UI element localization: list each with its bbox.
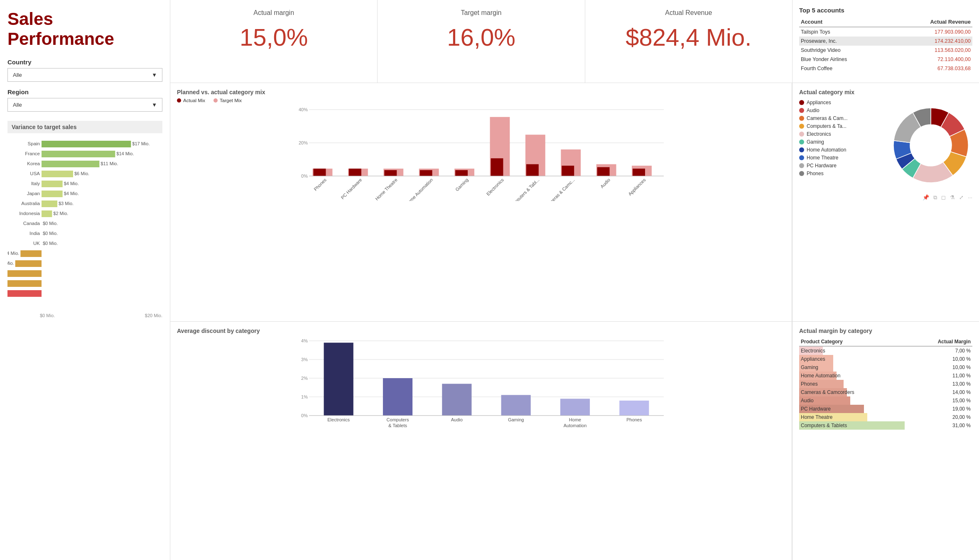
svg-text:Indonesia: Indonesia	[19, 211, 40, 216]
margin-value: 20,00 %	[905, 413, 972, 421]
svg-text:$0 Mio.: $0 Mio.	[43, 231, 58, 236]
expand-icon[interactable]: ⤢	[959, 194, 964, 201]
margin-row: Appliances 10,00 %	[799, 355, 972, 363]
cat-legend-item: Audio	[799, 108, 885, 113]
svg-rect-104	[619, 401, 649, 416]
accounts-row[interactable]: Blue Yonder Airlines72.110.400,00	[799, 55, 972, 64]
region-filter-label: Region	[7, 88, 162, 95]
margin-value: 14,00 %	[905, 388, 972, 396]
svg-text:1%: 1%	[301, 394, 308, 399]
left-panel: Sales Performance Country Alle ▼ Region …	[0, 0, 170, 560]
svg-text:0%: 0%	[301, 174, 308, 179]
chart-toolbar: 📌 ⧉ ◻ ⚗ ⤢ ···	[799, 193, 972, 203]
account-revenue: 177.903.090,00	[891, 27, 972, 37]
svg-text:2%: 2%	[301, 376, 308, 381]
actual-margin-section: Actual margin by category Product Catego…	[792, 322, 979, 560]
svg-text:20%: 20%	[299, 140, 308, 145]
svg-rect-37	[7, 270, 42, 277]
margin-category: Cameras & Camcorders	[799, 388, 905, 396]
svg-rect-52	[314, 169, 326, 176]
svg-rect-16	[42, 191, 63, 197]
svg-text:Home Automation: Home Automation	[405, 177, 434, 201]
legend-target: Target Mix	[213, 98, 242, 103]
svg-rect-94	[383, 378, 412, 416]
category-legend: AppliancesAudioCameras & Cam...Computers…	[799, 100, 885, 176]
cat-legend-item: Home Automation	[799, 147, 885, 153]
svg-text:-$4 Mio.: -$4 Mio.	[7, 251, 19, 256]
variance-x-max: $20 Mio.	[145, 313, 162, 318]
accounts-row[interactable]: Tailspin Toys177.903.090,00	[799, 27, 972, 37]
svg-text:Spain: Spain	[28, 141, 40, 146]
accounts-table: Account Actual Revenue Tailspin Toys177.…	[799, 17, 972, 73]
margin-col-margin: Actual Margin	[905, 337, 972, 346]
filter-icon[interactable]: ⚗	[950, 194, 955, 201]
variance-section: Variance to target sales Spain$17 Mio.Fr…	[7, 121, 162, 320]
svg-rect-34	[15, 260, 42, 267]
top5-title: Top 5 accounts	[799, 7, 972, 14]
svg-rect-22	[42, 210, 52, 217]
margin-category: Home Theatre	[799, 413, 905, 421]
region-dropdown-arrow: ▼	[152, 102, 157, 108]
country-dropdown[interactable]: Alle ▼	[7, 68, 162, 82]
svg-text:$2 Mio.: $2 Mio.	[53, 211, 68, 216]
margin-col-category: Product Category	[799, 337, 905, 346]
accounts-row[interactable]: Southridge Video113.563.020,00	[799, 46, 972, 55]
svg-text:Computers: Computers	[387, 417, 409, 422]
svg-text:4%: 4%	[301, 338, 308, 343]
region-value: Alle	[13, 102, 22, 108]
svg-text:Appliances: Appliances	[627, 177, 647, 197]
country-value: Alle	[13, 72, 22, 78]
svg-rect-31	[20, 250, 42, 257]
region-dropdown[interactable]: Alle ▼	[7, 98, 162, 112]
accounts-col-revenue: Actual Revenue	[891, 17, 972, 27]
actual-margin-title: Actual margin by category	[799, 328, 972, 334]
actual-category-mix-title: Actual category mix	[799, 89, 972, 95]
copy-icon[interactable]: ⧉	[933, 194, 937, 201]
svg-text:$4 Mio.: $4 Mio.	[64, 191, 79, 196]
kpi-target-margin-value: 16,0%	[390, 23, 572, 51]
margin-category: Audio	[799, 396, 905, 405]
focus-icon[interactable]: ◻	[941, 194, 946, 201]
svg-text:$17 Mio.: $17 Mio.	[132, 141, 150, 146]
svg-text:Automation: Automation	[564, 423, 587, 428]
accounts-row[interactable]: Fourth Coffee67.738.033,68	[799, 64, 972, 73]
more-icon[interactable]: ···	[968, 194, 972, 201]
country-dropdown-arrow: ▼	[152, 72, 157, 78]
planned-vs-actual-title: Planned vs. actual category mix	[177, 89, 785, 95]
svg-text:Japan: Japan	[27, 191, 40, 196]
account-revenue: 174.232.410,00	[891, 37, 972, 46]
svg-rect-64	[455, 170, 468, 176]
margin-category: Phones	[799, 380, 905, 388]
svg-rect-61	[420, 170, 432, 176]
variance-chart: Spain$17 Mio.France$14 Mio.Korea$11 Mio.…	[7, 135, 162, 320]
svg-text:Electronics: Electronics	[486, 177, 505, 197]
variance-bar-chart: Spain$17 Mio.France$14 Mio.Korea$11 Mio.…	[7, 137, 169, 312]
account-revenue: 67.738.033,68	[891, 64, 972, 73]
margin-row: PC Hardware 19,00 %	[799, 405, 972, 413]
svg-text:UK: UK	[33, 241, 40, 246]
cat-legend-item: Cameras & Cam...	[799, 115, 885, 121]
donut-chart	[889, 100, 972, 191]
svg-rect-40	[7, 280, 42, 287]
pin-icon[interactable]: 📌	[923, 194, 929, 201]
svg-text:Audio: Audio	[599, 177, 611, 189]
account-name: Tailspin Toys	[799, 27, 891, 37]
svg-text:3%: 3%	[301, 357, 308, 362]
svg-text:Australia: Australia	[21, 201, 40, 206]
cat-legend-item: Gaming	[799, 139, 885, 145]
account-revenue: 113.563.020,00	[891, 46, 972, 55]
svg-text:Electronics: Electronics	[327, 417, 350, 422]
svg-rect-7	[42, 161, 99, 167]
svg-text:Home: Home	[569, 417, 581, 422]
margin-value: 15,00 %	[905, 396, 972, 405]
avg-discount-chart: 0%1%2%3%4%ElectronicsComputers& TabletsA…	[177, 337, 785, 436]
kpi-actual-margin: Actual margin 15,0%	[170, 0, 378, 83]
cat-legend-item: Electronics	[799, 131, 885, 137]
svg-text:$4 Mio.: $4 Mio.	[64, 181, 79, 186]
kpi-actual-revenue-value: $824,4 Mio.	[598, 23, 780, 51]
svg-text:Home Theatre: Home Theatre	[374, 177, 398, 201]
svg-rect-99	[501, 395, 531, 416]
accounts-row[interactable]: Proseware, Inc.174.232.410,00	[799, 37, 972, 46]
top5-accounts: Top 5 accounts Account Actual Revenue Ta…	[792, 0, 979, 83]
cat-legend-item: Home Theatre	[799, 155, 885, 161]
